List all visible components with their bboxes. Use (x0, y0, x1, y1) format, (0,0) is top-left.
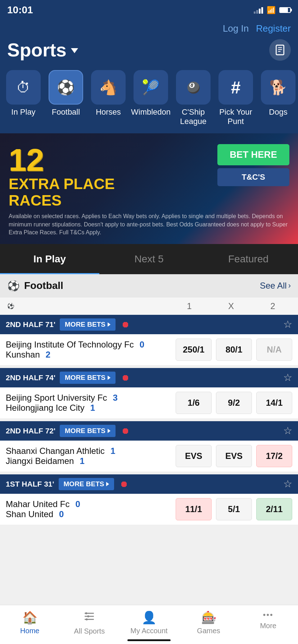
more-icon: ••• (263, 610, 274, 620)
nav-home-label: Home (20, 627, 39, 635)
status-icons: 📶 (254, 6, 291, 14)
bottom-nav: 🏠 Home All Sports 👤 My Account 🎰 Games •… (0, 605, 298, 644)
bottom-indicator (127, 639, 171, 641)
team1-name: Mahar United Fc (6, 499, 69, 509)
in-play-icon: ⏱ (6, 70, 41, 105)
team1-score: 0 (75, 499, 82, 509)
more-bets-arrow-icon (106, 482, 109, 486)
betslip-button[interactable] (269, 39, 291, 61)
football-section: ⚽ Football See All › ⚽ 1 X 2 2ND HALF 71… (0, 274, 298, 528)
favorite-button[interactable]: ☆ (283, 372, 292, 383)
odds-1-button[interactable]: 250/1 (176, 339, 212, 361)
more-bets-button[interactable]: MORE BETS (60, 372, 116, 384)
svg-point-5 (85, 612, 87, 615)
odds-x-button[interactable]: 80/1 (216, 339, 252, 361)
odds-header-1: 1 (171, 301, 207, 311)
odds-x-button[interactable]: 9/2 (216, 392, 252, 414)
nav-my-account[interactable]: 👤 My Account (119, 610, 179, 635)
bet-here-button[interactable]: BET HERE (217, 144, 289, 165)
odds-2-button[interactable]: 14/1 (256, 392, 292, 414)
odds-2-button[interactable]: 2/11 (256, 498, 292, 520)
tab-in-play[interactable]: In Play (0, 244, 99, 274)
svg-point-7 (87, 615, 90, 617)
header-auth-row: Log In Register (7, 23, 291, 34)
team1-row: Mahar United Fc 0 (6, 499, 172, 509)
odds-1-button[interactable]: 1/6 (176, 392, 212, 414)
team2-row: Kunshan 2 (6, 350, 172, 360)
match-row: 2ND HALF 74' MORE BETS ⏺ ☆ Beijing Sport… (0, 368, 298, 421)
battery-icon (279, 7, 291, 13)
odds-buttons: 250/1 80/1 N/A (176, 339, 292, 361)
football-label: Football (52, 107, 80, 117)
nav-all-sports-label: All Sports (74, 627, 105, 635)
tab-featured[interactable]: Featured (199, 244, 298, 274)
chevron-down-icon[interactable] (71, 48, 78, 53)
team1-score: 1 (110, 446, 118, 456)
more-bets-arrow-icon (108, 322, 110, 327)
team1-row: Beijing Institute Of Technology Fc 0 (6, 340, 172, 350)
register-link[interactable]: Register (256, 23, 291, 34)
more-bets-arrow-icon (108, 376, 110, 380)
login-link[interactable]: Log In (223, 23, 249, 34)
tab-next-5[interactable]: Next 5 (99, 244, 199, 274)
odds-2-button[interactable]: 17/2 (256, 445, 292, 467)
live-icon: ⏺ (120, 479, 128, 489)
odds-1-button[interactable]: 11/1 (176, 498, 212, 520)
tc-button[interactable]: T&C'S (217, 168, 289, 186)
sport-icon-dogs[interactable]: 🐕 Dogs (258, 70, 298, 126)
more-bets-arrow-icon (108, 429, 110, 433)
page-title: Sports (7, 39, 78, 61)
live-icon: ⏺ (121, 319, 130, 330)
dogs-icon: 🐕 (261, 70, 295, 105)
wimbledon-icon: 🎾 (134, 70, 168, 105)
team2-score: 0 (59, 509, 66, 519)
favorite-button[interactable]: ☆ (283, 425, 292, 437)
odds-header-x: X (213, 301, 249, 311)
more-bets-button[interactable]: MORE BETS (60, 318, 116, 331)
odds-x-button[interactable]: 5/1 (216, 498, 252, 520)
match-time: 2ND HALF 71' (6, 320, 55, 329)
sport-icons-bar: ⏱ In Play ⚽ Football 🐴 Horses 🎾 Wimbledo… (0, 66, 298, 133)
nav-more[interactable]: ••• More (238, 610, 298, 635)
more-bets-button[interactable]: MORE BETS (60, 425, 116, 437)
in-play-label: In Play (11, 107, 35, 117)
sport-icon-football[interactable]: ⚽ Football (46, 70, 86, 126)
match-teams-row: Mahar United Fc 0 Shan United 0 11/1 5/1… (0, 494, 298, 525)
match-time: 1ST HALF 31' (6, 480, 54, 488)
favorite-button[interactable]: ☆ (283, 478, 292, 490)
see-all-button[interactable]: See All › (260, 281, 291, 291)
nav-games[interactable]: 🎰 Games (179, 610, 239, 635)
sport-icon-in-play[interactable]: ⏱ In Play (4, 70, 43, 126)
sport-icon-pick-your-punt[interactable]: # Pick YourPunt (216, 70, 256, 126)
status-bar: 10:01 📶 (0, 0, 298, 19)
odds-header-cols: 1 X 2 (171, 301, 291, 311)
svg-point-9 (86, 618, 88, 621)
nav-my-account-label: My Account (130, 627, 167, 635)
odds-2-button[interactable]: N/A (256, 339, 292, 361)
header: Log In Register Sports (0, 19, 298, 66)
sport-icon-cship[interactable]: 🎱 C'ShipLeague (173, 70, 213, 126)
odds-header-2: 2 (255, 301, 291, 311)
team1-name: Shaanxi Changan Athletic (6, 446, 105, 456)
nav-games-label: Games (197, 627, 220, 635)
team1-row: Beijing Sport University Fc 3 (6, 393, 172, 403)
sport-icon-wimbledon[interactable]: 🎾 Wimbledon (131, 70, 171, 126)
promo-banner: 12 EXTRA PLACE RACES BET HERE T&C'S Avai… (0, 133, 298, 244)
odds-buttons: 11/1 5/1 2/11 (176, 498, 292, 520)
odds-x-button[interactable]: EVS (216, 445, 252, 467)
odds-1-button[interactable]: EVS (176, 445, 212, 467)
favorite-button[interactable]: ☆ (283, 318, 292, 330)
match-teams: Beijing Institute Of Technology Fc 0 Kun… (6, 340, 172, 360)
nav-home[interactable]: 🏠 Home (0, 610, 60, 635)
promo-line1: EXTRA PLACE RACES (9, 176, 210, 209)
match-header: 1ST HALF 31' MORE BETS ⏺ ☆ (0, 474, 298, 494)
nav-all-sports[interactable]: All Sports (60, 610, 119, 635)
match-header: 2ND HALF 71' MORE BETS ⏺ ☆ (0, 315, 298, 334)
more-bets-button[interactable]: MORE BETS (59, 478, 114, 490)
sport-icon-horses[interactable]: 🐴 Horses (89, 70, 128, 126)
match-teams-row: Beijing Sport University Fc 3 Heilongjia… (0, 387, 298, 418)
team2-row: Heilongjiang Ice City 1 (6, 403, 172, 413)
team2-score: 2 (46, 350, 53, 360)
team2-name: Heilongjiang Ice City (6, 403, 85, 413)
match-row: 1ST HALF 31' MORE BETS ⏺ ☆ Mahar United … (0, 474, 298, 528)
